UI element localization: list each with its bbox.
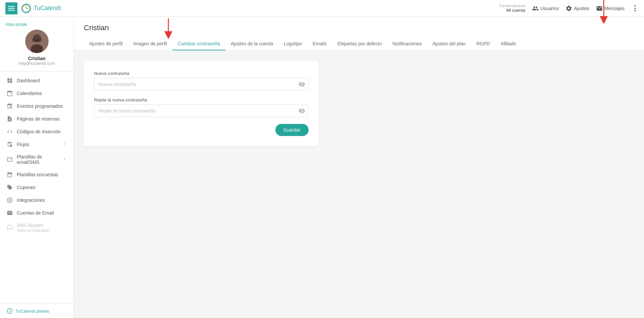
- tab-ajustes-cuenta[interactable]: Ajustes de la cuenta: [225, 38, 278, 50]
- mensajes-nav-item[interactable]: Mensajes: [596, 5, 625, 12]
- plantillas-chevron: [62, 157, 67, 163]
- tab-cambiar-contrasena[interactable]: Cambiar contraseña: [172, 38, 225, 50]
- sidebar-bottom: TuCalendi planes: [0, 304, 73, 318]
- usuarios-label: Usuarios: [540, 6, 559, 11]
- sidebar-item-paginas[interactable]: Páginas de reservas: [0, 112, 73, 125]
- dashboard-icon: [7, 78, 13, 84]
- ajustes-icon: [566, 5, 572, 12]
- sidebar-item-label: Flujos: [17, 142, 58, 147]
- planes-label: TuCalendi planes: [15, 309, 49, 314]
- encuestas-icon: [7, 172, 13, 178]
- new-password-wrap: [94, 78, 309, 91]
- eye-off-icon-2: [299, 107, 305, 114]
- toggle-new-password-icon[interactable]: [299, 81, 305, 88]
- avatar: [25, 30, 49, 53]
- svg-rect-4: [8, 10, 15, 10]
- tab-notificaciones[interactable]: Notificaciones: [387, 38, 427, 50]
- chevron-down-icon: [62, 157, 67, 162]
- form-card: Nueva contraseña Repite la nueva contras…: [84, 61, 319, 146]
- sidebar-email: help@tucalendi.com: [18, 61, 55, 66]
- repeat-password-wrap: [94, 104, 309, 117]
- sidebar-item-plantillas-email[interactable]: Plantillas de email/SMS: [0, 151, 73, 168]
- logo-area: TuCalendi: [21, 3, 61, 14]
- sidebar-item-label: Plantillas de email/SMS: [17, 154, 58, 165]
- sidebar-item-integraciones[interactable]: Integraciones: [0, 194, 73, 207]
- integraciones-icon: [7, 197, 13, 203]
- vista-simple-link[interactable]: Vista simple: [5, 22, 27, 27]
- page-header: Cristian Ajustes de perfil Imagen de per…: [74, 17, 644, 51]
- tab-imagen-perfil[interactable]: Imagen de perfil: [128, 38, 172, 50]
- new-password-input[interactable]: [94, 78, 309, 91]
- mi-cuenta-label: Mi cuenta: [506, 8, 525, 13]
- sidebar-item-flujos[interactable]: Flujos: [0, 138, 73, 151]
- sidebar-username: Cristian: [28, 56, 45, 61]
- usuarios-nav-item[interactable]: Usuarios: [532, 5, 559, 12]
- sidebar-item-label: Códigos de inserción: [17, 129, 67, 134]
- toggle-repeat-password-icon[interactable]: [299, 107, 305, 114]
- sidebar-item-label: Integraciones: [17, 197, 67, 203]
- sidebar-item-calendarios[interactable]: Calendarios: [0, 87, 73, 100]
- tab-ajustes-plan[interactable]: Ajustes del plan: [427, 38, 471, 50]
- more-button[interactable]: ⋮: [631, 5, 639, 12]
- topbar: TuCalendi Current account Mi cuenta Usua…: [0, 0, 644, 17]
- sidebar-item-label: Dashboard: [17, 78, 67, 83]
- sidebar-nav: Dashboard Calendarios Eventos programado…: [0, 72, 73, 304]
- sidebar-item-codigos[interactable]: Códigos de inserción: [0, 125, 73, 138]
- svg-rect-2: [8, 6, 15, 7]
- chevron-down-icon: [62, 142, 67, 146]
- sidebar-item-label: Páginas de reservas: [17, 116, 67, 122]
- tab-rgpd[interactable]: RGPD: [471, 38, 495, 50]
- new-password-label: Nueva contraseña: [94, 71, 309, 76]
- content-area: Cristian Ajustes de perfil Imagen de per…: [74, 17, 644, 318]
- sidebar-item-label: Eventos programados: [17, 103, 67, 109]
- ajustes-label: Ajustes: [574, 6, 589, 11]
- sidebar-item-eventos[interactable]: Eventos programados: [0, 100, 73, 112]
- form-group-new-password: Nueva contraseña: [94, 71, 309, 91]
- eye-off-icon: [299, 81, 305, 88]
- cupones-icon: [7, 184, 13, 190]
- form-group-repeat-password: Repite la nueva contraseña: [94, 97, 309, 117]
- usuarios-icon: [532, 5, 539, 12]
- tab-ajustes-perfil[interactable]: Ajustes de perfil: [84, 38, 128, 50]
- event-icon: [7, 103, 13, 109]
- sidebar: Vista simple Cristian help@tucalendi.com: [0, 17, 74, 318]
- email-template-icon: [7, 156, 13, 163]
- sidebar-item-cupones[interactable]: Cupones: [0, 181, 73, 194]
- repeat-password-label: Repite la nueva contraseña: [94, 97, 309, 102]
- logo-icon: [21, 3, 32, 14]
- mail-icon: [7, 210, 13, 216]
- page-title: Cristian: [84, 24, 634, 32]
- repeat-password-input[interactable]: [94, 104, 309, 117]
- tab-afiliado[interactable]: Afiliado: [495, 38, 522, 50]
- sms-icon: [7, 225, 13, 231]
- mensajes-icon: [596, 5, 603, 12]
- topbar-nav-items: Usuarios Ajustes Mensajes ⋮: [532, 5, 639, 12]
- tab-etiquetas-defecto[interactable]: Etiquetas por defecto: [332, 38, 387, 50]
- topbar-left: TuCalendi: [5, 2, 61, 14]
- sidebar-item-label: Cupones: [17, 185, 67, 190]
- calendar-icon: [7, 90, 13, 96]
- sidebar-item-dashboard[interactable]: Dashboard: [0, 74, 73, 87]
- svg-rect-3: [8, 8, 15, 8]
- save-button[interactable]: Guardar: [275, 124, 309, 136]
- ajustes-nav-item[interactable]: Ajustes: [566, 5, 589, 12]
- tab-emails[interactable]: Emails: [307, 38, 332, 50]
- flujos-chevron: [62, 142, 67, 147]
- tucalendi-planes-link[interactable]: TuCalendi planes: [7, 308, 67, 314]
- planes-icon: [7, 308, 13, 314]
- tab-logotipo[interactable]: Logotipo: [278, 38, 307, 50]
- tabs: Ajustes de perfil Imagen de perfil Cambi…: [84, 38, 634, 50]
- pages-icon: [7, 116, 13, 122]
- current-account-label: Current account: [499, 4, 525, 8]
- sidebar-item-cuentas-email[interactable]: Cuentas de Email: [0, 207, 73, 219]
- hamburger-button[interactable]: [5, 2, 17, 14]
- mensajes-label: Mensajes: [604, 6, 625, 11]
- topbar-right: Current account Mi cuenta Usuarios Ajust…: [499, 4, 639, 13]
- sidebar-item-plantillas-encuestas[interactable]: Plantillas encuestas: [0, 168, 73, 181]
- logo-text: TuCalendi: [34, 5, 61, 12]
- sidebar-item-label: Cuentas de Email: [17, 210, 67, 216]
- sidebar-item-sms-ajustes: SMS Ajustes Twilio no conectado: [0, 219, 73, 236]
- avatar-image: [25, 30, 49, 53]
- code-icon: [7, 129, 13, 135]
- flujos-icon: [7, 141, 13, 147]
